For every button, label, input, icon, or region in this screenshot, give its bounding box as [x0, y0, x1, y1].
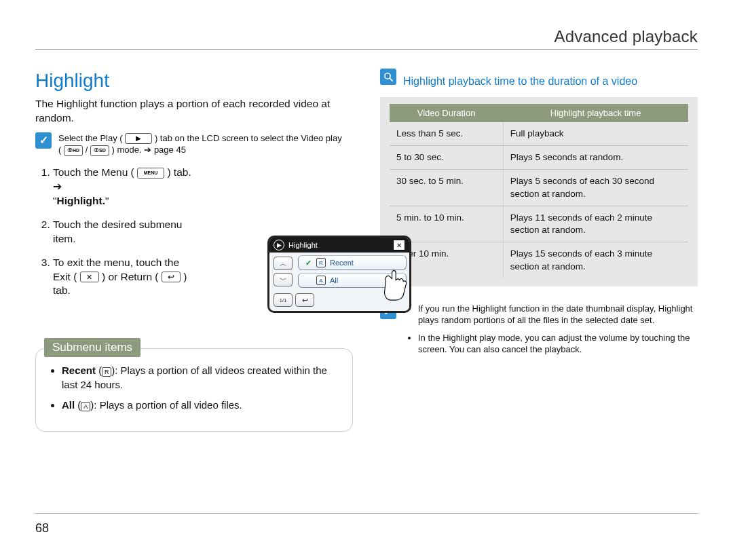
page-header-title: Advanced playback	[554, 27, 698, 45]
mock-close-button[interactable]: ✕	[393, 240, 405, 250]
all-badge-icon: A	[81, 402, 90, 411]
arrow-icon: ➔	[53, 181, 62, 192]
columns: Highlight The Highlight function plays a…	[35, 62, 698, 432]
cell: 5 to 30 sec.	[390, 146, 503, 170]
t: "	[105, 195, 109, 206]
magnifier-icon	[380, 69, 396, 85]
mock-title-text: Highlight	[288, 241, 318, 249]
menu-tab-icon: MENU	[137, 168, 164, 179]
mock-scroll-down[interactable]: ﹀	[274, 273, 293, 286]
mock-titlebar: ▶ Highlight ✕	[269, 238, 409, 253]
th-video-duration: Video Duration	[390, 104, 503, 122]
select-play-note-text: Select the Play ( ) tab on the LCD scree…	[58, 132, 342, 156]
t: ) or Return (	[102, 271, 159, 282]
page-header: Advanced playback	[35, 27, 698, 50]
duration-table-wrap: Video Duration Highlight playback time L…	[380, 97, 698, 286]
submenu-all: All (A): Plays a portion of all video fi…	[62, 398, 340, 412]
cell: Less than 5 sec.	[390, 122, 503, 146]
cell: 30 sec. to 5 min.	[390, 170, 503, 206]
play-tab-icon	[125, 133, 152, 144]
lcd-mock-screen: ▶ Highlight ✕ ︿ ﹀ 1/1 ↩	[267, 236, 411, 313]
right-column: Highlight playback time to the duration …	[380, 62, 698, 432]
hd-label: HD	[73, 146, 79, 155]
right-notes: If you run the Highlight function in the…	[380, 303, 698, 361]
recent-badge-icon: R	[316, 258, 326, 267]
t: ) tab on the LCD screen to select the Vi…	[155, 133, 342, 143]
page-ref: page 45	[154, 145, 186, 155]
page-number: 68	[35, 521, 49, 536]
step-1: Touch the Menu ( MENU ) tab. ➔ "Highligh…	[53, 166, 353, 208]
table-row: 5 to 30 sec.Plays 5 seconds at random.	[390, 146, 688, 170]
table-row: 30 sec. to 5 min.Plays 5 seconds of each…	[390, 170, 688, 206]
duration-table: Video Duration Highlight playback time L…	[390, 104, 688, 278]
right-section-title: Highlight playback time to the duration …	[403, 75, 637, 88]
section-lead: The Highlight function plays a portion o…	[35, 97, 353, 126]
table-row: Over 10 min.Plays 15 seconds of each 3 m…	[390, 242, 688, 278]
t: /	[86, 145, 90, 155]
manual-page: Advanced playback Highlight The Highligh…	[0, 0, 733, 560]
hd-mode-icon: ⦿HD	[64, 145, 83, 156]
sd-mode-icon: ⦿SD	[90, 145, 109, 156]
mock-return-button[interactable]: ↩	[295, 293, 314, 307]
t: (	[58, 145, 61, 155]
right-title-row: Highlight playback time to the duration …	[380, 69, 698, 88]
submenu-list: Recent (R): Plays a portion of all video…	[48, 364, 340, 412]
all-badge-icon: A	[316, 276, 326, 285]
recent-label: Recent	[62, 365, 96, 376]
touch-hand-icon	[378, 267, 411, 301]
arrow-icon: ➔	[144, 145, 151, 155]
right-notes-list: If you run the Highlight function in the…	[406, 303, 698, 361]
note-item: In the Highlight play mode, you can adju…	[418, 332, 698, 356]
t: ) tab.	[167, 166, 191, 178]
cell: Plays 5 seconds of each 30 second sectio…	[503, 170, 688, 206]
submenu-items-tab: Submenu items	[44, 338, 140, 357]
check-icon: ✓	[304, 259, 312, 267]
return-tab-icon	[162, 272, 181, 282]
t: ) mode.	[112, 145, 145, 155]
mock-scroll-up[interactable]: ︿	[274, 257, 293, 270]
submenu-items-box: Submenu items Recent (R): Plays a portio…	[35, 348, 353, 432]
submenu-recent: Recent (R): Plays a portion of all video…	[62, 364, 340, 392]
t: : Plays a portion of all video files.	[94, 399, 242, 411]
all-label: All	[62, 399, 75, 411]
spacer	[304, 276, 312, 284]
exit-tab-icon	[80, 272, 99, 282]
mock-bottom-buttons: 1/1 ↩	[274, 293, 314, 307]
cell: Full playback	[503, 122, 688, 146]
cell: Plays 11 seconds of each 2 minute sectio…	[503, 206, 688, 242]
section-title: Highlight	[35, 70, 353, 92]
menu-chip-label: MENU	[144, 168, 158, 178]
cell: Plays 15 seconds of each 3 minute sectio…	[503, 242, 688, 278]
cell: Plays 5 seconds at random.	[503, 146, 688, 170]
footer-rule	[35, 513, 698, 514]
table-row: Less than 5 sec.Full playback	[390, 122, 688, 146]
mock-body: ︿ ﹀ 1/1 ↩ ✓ R Recent	[269, 253, 409, 311]
th-highlight-time: Highlight playback time	[503, 104, 688, 122]
mock-page-indicator: 1/1	[274, 293, 293, 307]
highlight-title-icon: ▶	[274, 240, 284, 250]
left-column: Highlight The Highlight function plays a…	[35, 62, 353, 432]
t: Select the Play (	[58, 133, 123, 143]
t: Touch the Menu (	[53, 166, 134, 178]
highlight-bold: Highlight.	[57, 195, 105, 206]
recent-badge-icon: R	[102, 367, 111, 377]
sd-label: SD	[99, 146, 106, 155]
mock-scroll-buttons: ︿ ﹀	[274, 257, 293, 286]
mock-title: ▶ Highlight	[274, 240, 318, 250]
svg-line-1	[390, 78, 392, 81]
mock-option-label: Recent	[330, 259, 354, 267]
table-row: 5 min. to 10 min.Plays 11 seconds of eac…	[390, 206, 688, 242]
note-item: If you run the Highlight function in the…	[418, 303, 698, 326]
checkmark-icon	[35, 132, 52, 149]
select-play-note: Select the Play ( ) tab on the LCD scree…	[35, 132, 353, 156]
mock-option-label: All	[330, 276, 338, 284]
